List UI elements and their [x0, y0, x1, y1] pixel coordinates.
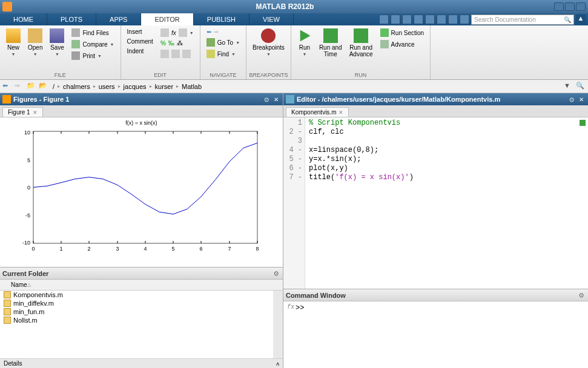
- list-item[interactable]: Nollst.m: [0, 316, 273, 324]
- breakpoints-button[interactable]: Breakpoints▼: [250, 27, 287, 69]
- editor-tab-close[interactable]: ✕: [339, 110, 343, 116]
- bc-3[interactable]: jacques: [122, 82, 148, 91]
- close-button[interactable]: [576, 2, 586, 11]
- folder-scrollbar[interactable]: [273, 291, 283, 358]
- list-item[interactable]: min_diffekv.m: [0, 299, 273, 307]
- cmd-menu-button[interactable]: ⊙: [577, 291, 586, 300]
- open-button[interactable]: Open▼: [25, 27, 45, 69]
- editor-close-button[interactable]: ✕: [577, 95, 586, 104]
- indent-button[interactable]: Indent: [125, 47, 156, 56]
- figures-panel: Figures - Figure 1 ⊙ ✕ Figure 1 ✕ f(x) =…: [0, 93, 283, 268]
- insert-section-button[interactable]: fx ▼: [158, 27, 196, 38]
- addr-dropdown-icon[interactable]: ▼: [564, 82, 573, 91]
- goto-button[interactable]: Go To ▼: [204, 37, 242, 48]
- comment-button[interactable]: Comment: [125, 37, 156, 46]
- folder-name-column[interactable]: Name △: [0, 280, 283, 291]
- addr-search-icon[interactable]: 🔍: [576, 82, 586, 91]
- new-button[interactable]: New▼: [4, 27, 23, 69]
- code-area[interactable]: % Script Komponentvis clf, clc x=linspac…: [305, 117, 588, 289]
- tab-publish[interactable]: PUBLISH: [194, 13, 249, 25]
- nav-forward-icon[interactable]: ➡: [15, 82, 24, 91]
- breadcrumb: /▸ chalmers▸ users▸ jacques▸ kurser▸ Mat…: [51, 82, 203, 91]
- cmd-panel-title: Command Window: [286, 292, 576, 299]
- figure-icon: [2, 95, 11, 104]
- figures-close-button[interactable]: ✕: [272, 95, 280, 104]
- svg-rect-0: [33, 131, 257, 243]
- figure-tab-close[interactable]: ✕: [33, 110, 38, 116]
- list-item[interactable]: Komponentvis.m: [0, 291, 273, 299]
- comment-toggle-button[interactable]: % ‰ ⁂: [158, 39, 196, 48]
- quick-access-cut[interactable]: [402, 15, 412, 24]
- current-folder-panel: Current Folder ⊙ Name △ Komponentvis.m m…: [0, 268, 283, 368]
- quick-access-undo[interactable]: [437, 15, 446, 24]
- run-and-time-button[interactable]: Run and Time: [317, 27, 345, 69]
- advance-button[interactable]: Advance: [378, 39, 426, 50]
- folder-list[interactable]: Komponentvis.m min_diffekv.m min_fun.m N…: [0, 291, 273, 358]
- folder-menu-button[interactable]: ⊙: [272, 269, 280, 278]
- details-bar[interactable]: Details ʌ: [0, 358, 283, 368]
- quick-access-redo[interactable]: [448, 15, 458, 24]
- bc-5[interactable]: Matlab: [180, 82, 203, 91]
- editor-menu-button[interactable]: ⊙: [567, 95, 576, 104]
- command-window[interactable]: fx >>: [283, 301, 588, 368]
- svg-text:8: 8: [256, 246, 259, 252]
- search-placeholder: Search Documentation: [474, 16, 536, 23]
- bc-2[interactable]: users: [97, 82, 117, 91]
- minimize-toolstrip-button[interactable]: ▲: [576, 15, 586, 24]
- nav-back-icon[interactable]: ⬅: [2, 82, 12, 91]
- bc-4[interactable]: kurser: [153, 82, 176, 91]
- print-button[interactable]: Print ▼: [69, 50, 116, 61]
- main-tabbar: HOME PLOTS APPS EDITOR PUBLISH VIEW Sear…: [0, 13, 588, 25]
- tab-view[interactable]: VIEW: [249, 13, 294, 25]
- list-item[interactable]: min_fun.m: [0, 307, 273, 316]
- svg-text:10: 10: [24, 130, 30, 136]
- navigate-group-label: NAVIGATE: [200, 71, 246, 79]
- tab-home[interactable]: HOME: [0, 13, 47, 25]
- editor-file-tab[interactable]: Komponentvis.m ✕: [286, 107, 349, 117]
- figure-canvas[interactable]: f(x) = x sin(x) 10 5 0 -5 -10 0 1 2 3 4 …: [0, 117, 283, 267]
- search-documentation-input[interactable]: Search Documentation 🔍: [471, 15, 574, 25]
- compare-button[interactable]: Compare ▼: [69, 39, 116, 50]
- nav-back-button[interactable]: ⬅ ➡: [204, 27, 242, 36]
- svg-text:5: 5: [27, 157, 30, 163]
- editor-tab-label: Komponentvis.m: [291, 109, 336, 116]
- editor-content[interactable]: 1 2 - 3 4 - 5 - 6 - 7 - % Script Kompone…: [283, 117, 588, 289]
- svg-text:1: 1: [59, 246, 62, 252]
- command-prompt: >>: [296, 304, 304, 366]
- svg-text:5: 5: [171, 246, 174, 252]
- m-file-icon: [4, 300, 11, 307]
- tab-editor[interactable]: EDITOR: [141, 13, 193, 25]
- indent-adjust-button[interactable]: [158, 48, 196, 59]
- quick-access-paste[interactable]: [425, 15, 435, 24]
- bc-1[interactable]: chalmers: [61, 82, 92, 91]
- run-section-button[interactable]: Run Section: [378, 27, 426, 38]
- figures-panel-title: Figures - Figure 1: [13, 96, 261, 103]
- find-files-button[interactable]: Find Files: [69, 27, 116, 38]
- details-expand-icon[interactable]: ʌ: [276, 361, 279, 367]
- m-file-icon: [4, 291, 11, 298]
- folder-up-icon[interactable]: 📁: [27, 82, 36, 91]
- figures-menu-button[interactable]: ⊙: [262, 95, 271, 104]
- minimize-button[interactable]: [554, 2, 564, 11]
- fx-icon[interactable]: fx: [287, 304, 294, 366]
- figure-tab[interactable]: Figure 1 ✕: [2, 107, 43, 117]
- tab-apps[interactable]: APPS: [96, 13, 141, 25]
- run-button[interactable]: Run▼: [295, 27, 314, 69]
- find-button[interactable]: Find ▼: [204, 48, 242, 59]
- editor-panel-title: Editor - /chalmers/users/jacques/kurser/…: [297, 96, 566, 103]
- quick-access-help[interactable]: [460, 15, 469, 24]
- quick-access-copy[interactable]: [414, 15, 423, 24]
- run-group-label: RUN: [291, 71, 430, 79]
- folder-panel-title: Current Folder: [2, 270, 271, 277]
- run-and-advance-button[interactable]: Run and Advance: [347, 27, 375, 69]
- tab-plots[interactable]: PLOTS: [47, 13, 96, 25]
- save-button[interactable]: Save▼: [47, 27, 67, 69]
- insert-button[interactable]: Insert: [125, 27, 156, 36]
- titlebar: MATLAB R2012b: [0, 0, 588, 13]
- folder-icon[interactable]: 📂: [39, 82, 48, 91]
- quick-access-1[interactable]: [379, 15, 389, 24]
- quick-access-save[interactable]: [391, 15, 400, 24]
- maximize-button[interactable]: [565, 2, 575, 11]
- bc-root[interactable]: /: [51, 82, 56, 91]
- code-status-indicator[interactable]: [580, 120, 586, 126]
